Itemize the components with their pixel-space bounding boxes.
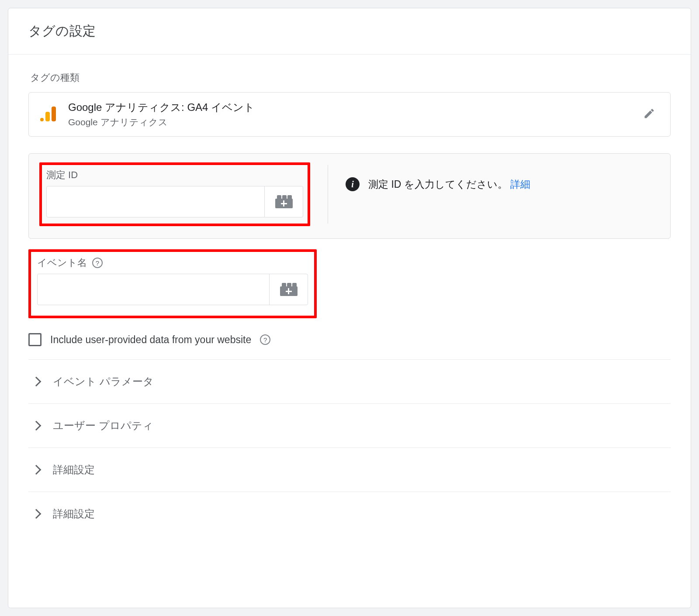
- measurement-id-label: 測定 ID: [46, 169, 303, 182]
- tag-type-text: Google アナリティクス: GA4 イベント Google アナリティクス: [68, 100, 255, 128]
- info-icon: i: [346, 177, 360, 191]
- edit-tag-type-button[interactable]: [639, 104, 660, 125]
- chevron-right-icon: [31, 465, 42, 475]
- measurement-id-variable-button[interactable]: [264, 186, 303, 217]
- include-user-data-checkbox[interactable]: [28, 333, 42, 346]
- chevron-right-icon: [31, 421, 42, 431]
- tag-type-title: Google アナリティクス: GA4 イベント: [68, 100, 255, 114]
- measurement-id-input-row: [46, 186, 303, 217]
- measurement-id-hint-text: 測定 ID を入力してください。: [368, 179, 508, 190]
- measurement-id-hint: i 測定 ID を入力してください。 詳細: [346, 162, 530, 191]
- variable-brick-icon: [275, 195, 293, 208]
- event-name-input-row: [37, 274, 308, 305]
- tag-type-section-label: タグの種類: [30, 71, 671, 84]
- event-name-help-icon[interactable]: ?: [92, 258, 103, 268]
- event-name-input[interactable]: [38, 274, 269, 305]
- include-user-data-row: Include user-provided data from your web…: [28, 333, 671, 346]
- measurement-id-box: 測定 ID i: [28, 153, 671, 239]
- measurement-id-hint-link[interactable]: 詳細: [510, 179, 530, 190]
- expander-label: 詳細設定: [53, 463, 95, 477]
- pencil-icon: [643, 107, 655, 121]
- divider: [328, 165, 328, 224]
- expander-label: ユーザー プロパティ: [53, 419, 153, 433]
- measurement-id-input[interactable]: [47, 186, 264, 217]
- expander-user-properties[interactable]: ユーザー プロパティ: [28, 403, 671, 447]
- expandable-sections: イベント パラメータ ユーザー プロパティ 詳細設定 詳細設定: [28, 359, 671, 536]
- analytics-icon: [39, 106, 57, 123]
- card-header: タグの設定: [8, 8, 691, 55]
- chevron-right-icon: [31, 377, 42, 387]
- variable-brick-icon: [280, 283, 298, 296]
- expander-advanced-settings-1[interactable]: 詳細設定: [28, 447, 671, 492]
- event-name-variable-button[interactable]: [269, 274, 308, 305]
- tag-type-selector[interactable]: Google アナリティクス: GA4 イベント Google アナリティクス: [28, 92, 671, 137]
- expander-label: 詳細設定: [53, 507, 95, 521]
- tag-type-subtitle: Google アナリティクス: [68, 116, 255, 128]
- highlight-event-name: イベント名 ?: [28, 249, 317, 318]
- chevron-right-icon: [31, 509, 42, 519]
- highlight-measurement-id: 測定 ID: [39, 162, 310, 226]
- event-name-label: イベント名: [37, 256, 87, 269]
- expander-event-parameters[interactable]: イベント パラメータ: [28, 359, 671, 403]
- tag-settings-card: タグの設定 タグの種類 Google アナリティクス: GA4 イベント Goo…: [8, 8, 691, 608]
- expander-advanced-settings-2[interactable]: 詳細設定: [28, 492, 671, 536]
- expander-label: イベント パラメータ: [53, 375, 154, 389]
- include-user-data-label: Include user-provided data from your web…: [50, 334, 251, 346]
- card-title: タグの設定: [28, 22, 671, 40]
- include-user-data-help-icon[interactable]: ?: [260, 334, 270, 345]
